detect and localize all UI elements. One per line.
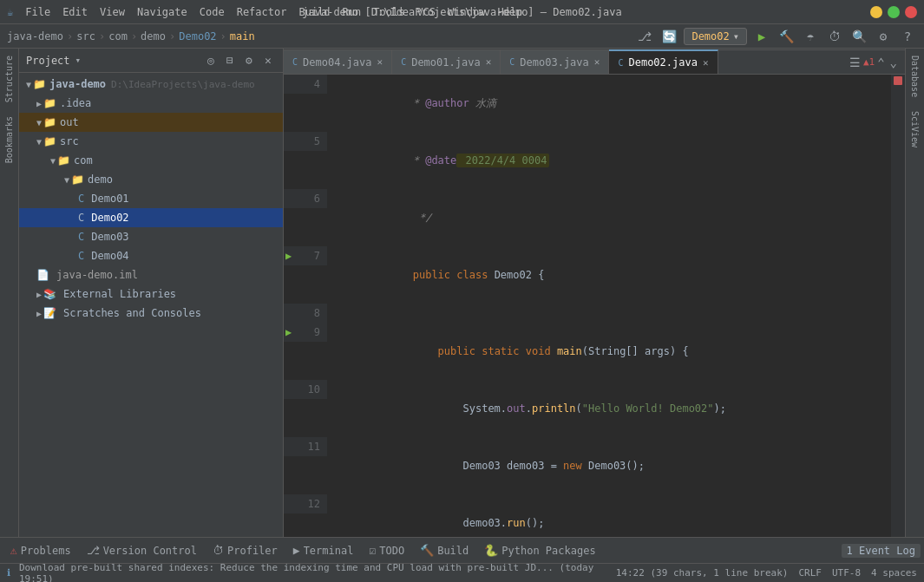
tree-item-com[interactable]: ▼ 📁 com [19, 151, 283, 170]
tree-item-out[interactable]: ▼ 📁 out [19, 113, 283, 132]
close-panel-icon[interactable]: ✕ [260, 53, 276, 69]
version-control-tab[interactable]: ⎇ Version Control [80, 540, 204, 561]
minimize-button[interactable] [870, 6, 882, 18]
menu-view[interactable]: View [95, 4, 130, 20]
line-content-10[interactable]: System.out.println("Hello World! Demo02"… [327, 380, 891, 437]
cursor-position-status[interactable]: 14:22 (39 chars, 1 line break) [616, 567, 789, 579]
collapse-all-icon[interactable]: ⊟ [222, 53, 238, 69]
indent-status[interactable]: 4 spaces [871, 567, 917, 579]
profiler-icon: ⏱ [213, 544, 224, 557]
tree-item-demo02[interactable]: C Demo02 [19, 208, 283, 227]
todo-tab[interactable]: ☑ TODO [362, 540, 411, 561]
tree-item-idea[interactable]: ▶ 📁 .idea [19, 94, 283, 113]
line-content-7[interactable]: public class Demo02 { [327, 246, 891, 304]
file-java-demo03-icon: C [78, 231, 84, 243]
close-button[interactable] [905, 6, 917, 18]
tree-item-demo01[interactable]: C Demo01 [19, 189, 283, 208]
database-tab[interactable]: Database [908, 49, 921, 104]
folder-icon: 📁 [33, 78, 46, 90]
tab-demo01[interactable]: C Demo01.java ✕ [392, 49, 501, 74]
profiler-label: Profiler [227, 545, 278, 557]
profiler-run-button[interactable]: ⏱ [825, 27, 844, 46]
tree-item-demo04[interactable]: C Demo04 [19, 246, 283, 265]
tab-down-icon[interactable]: ⌄ [888, 56, 900, 69]
tree-item-src[interactable]: ▼ 📁 src [19, 132, 283, 151]
tab-up-icon[interactable]: ⌃ [875, 56, 887, 69]
line-number-11: 11 [284, 437, 327, 456]
menu-edit[interactable]: Edit [57, 4, 93, 20]
tree-label-com: com [74, 154, 93, 167]
tab-icon-demo02: C [618, 58, 623, 68]
error-marker[interactable] [894, 76, 902, 85]
tree-item-iml[interactable]: 📄 java-demo.iml [19, 265, 283, 284]
scratches-icon: 📝 [43, 307, 56, 319]
breadcrumb-demo02[interactable]: Demo02 [179, 30, 216, 43]
line-content-8[interactable] [327, 304, 891, 323]
tab-close-demo01[interactable]: ✕ [486, 56, 492, 68]
line-content-9[interactable]: public static void main(String[] args) { [327, 323, 891, 380]
breadcrumb-com[interactable]: com [108, 30, 128, 43]
line-content-5[interactable]: * @date 2022/4/4 0004 [327, 132, 891, 189]
line-content-6[interactable]: */ [327, 189, 891, 246]
breadcrumb-main[interactable]: main [230, 30, 255, 43]
menu-navigate[interactable]: Navigate [132, 4, 193, 20]
line-content-4[interactable]: * @author 水滴 [327, 75, 891, 132]
status-notification[interactable]: ℹ Download pre-built shared indexes: Red… [7, 562, 609, 583]
bookmarks-tab[interactable]: Bookmarks [3, 109, 16, 170]
line-number-12: 12 [284, 494, 327, 513]
vcs-icon[interactable]: ⎇ [635, 27, 654, 46]
menu-code[interactable]: Code [194, 4, 230, 20]
dropdown-arrow[interactable]: ▾ [75, 55, 82, 66]
line-content-11[interactable]: Demo03 demo03 = new Demo03(); [327, 437, 891, 494]
run-button[interactable]: ▶ [752, 27, 771, 46]
search-everywhere[interactable]: 🔍 [849, 27, 868, 46]
panel-options-icon[interactable]: ⚙ [241, 53, 257, 69]
python-packages-tab[interactable]: 🐍 Python Packages [477, 540, 602, 561]
breadcrumb-project[interactable]: java-demo [7, 30, 63, 43]
arrow-right-ext-icon: ▶ [36, 290, 42, 299]
breadcrumb-demo[interactable]: demo [141, 30, 166, 43]
build-button[interactable]: 🔨 [777, 27, 796, 46]
tab-close-demo03[interactable]: ✕ [594, 56, 600, 68]
sciview-tab[interactable]: SciView [908, 104, 921, 154]
help-button[interactable]: ? [898, 27, 917, 46]
build-tab[interactable]: 🔨 Build [413, 540, 475, 561]
tab-close-demo04[interactable]: ✕ [377, 56, 383, 68]
problems-tab[interactable]: ⚠ Problems [3, 540, 78, 561]
external-libs-icon: 📚 [43, 288, 56, 300]
tree-label-out: out [60, 116, 79, 128]
run-config-selector[interactable]: Demo02 ▾ [684, 28, 747, 45]
project-tree[interactable]: ▼ 📁 java-demo D:\IdeaProjects\java-demo … [19, 73, 283, 537]
profiler-tab[interactable]: ⏱ Profiler [206, 540, 285, 561]
tree-item-demo03[interactable]: C Demo03 [19, 227, 283, 246]
tab-close-demo02[interactable]: ✕ [703, 57, 709, 69]
tree-item-demo[interactable]: ▼ 📁 demo [19, 170, 283, 189]
code-editor[interactable]: 4 * @author 水滴 5 * @date 2022/4/4 0004 6 [284, 75, 905, 537]
terminal-tab[interactable]: ▶ Terminal [286, 540, 361, 561]
structure-tab[interactable]: Structure [3, 49, 16, 109]
tab-menu-icon[interactable]: ☰ [847, 56, 863, 69]
menu-file[interactable]: File [20, 4, 56, 20]
locate-file-icon[interactable]: ◎ [203, 53, 219, 69]
tree-item-external-libs[interactable]: ▶ 📚 External Libraries [19, 284, 283, 304]
menu-refactor[interactable]: Refactor [232, 4, 292, 20]
encoding-status[interactable]: UTF-8 [832, 567, 861, 579]
code-line-4: 4 * @author 水滴 [284, 75, 891, 132]
tree-item-scratches[interactable]: ▶ 📝 Scratches and Consoles [19, 304, 283, 323]
vcs-update-icon[interactable]: 🔄 [659, 27, 678, 46]
tab-demo04[interactable]: C Demo04.java ✕ [284, 49, 392, 74]
tab-demo02[interactable]: C Demo02.java ✕ [609, 49, 718, 74]
error-count-badge[interactable]: ▲1 [863, 56, 875, 68]
line-ending-status[interactable]: CRLF [798, 567, 822, 579]
folder-src-icon: 📁 [43, 135, 56, 147]
settings-button[interactable]: ⚙ [874, 27, 893, 46]
breadcrumb-src[interactable]: src [76, 30, 95, 43]
status-bar-right: 14:22 (39 chars, 1 line break) CRLF UTF-… [616, 567, 917, 579]
tab-demo03[interactable]: C Demo03.java ✕ [501, 49, 609, 74]
tree-item-java-demo[interactable]: ▼ 📁 java-demo D:\IdeaProjects\java-demo [19, 75, 283, 94]
line-content-12[interactable]: demo03.run(); [327, 494, 891, 537]
maximize-button[interactable] [888, 6, 900, 18]
tab-label-demo01: Demo01.java [411, 56, 480, 69]
event-log[interactable]: 1 Event Log [842, 544, 921, 558]
coverage-button[interactable]: ☂ [801, 27, 820, 46]
